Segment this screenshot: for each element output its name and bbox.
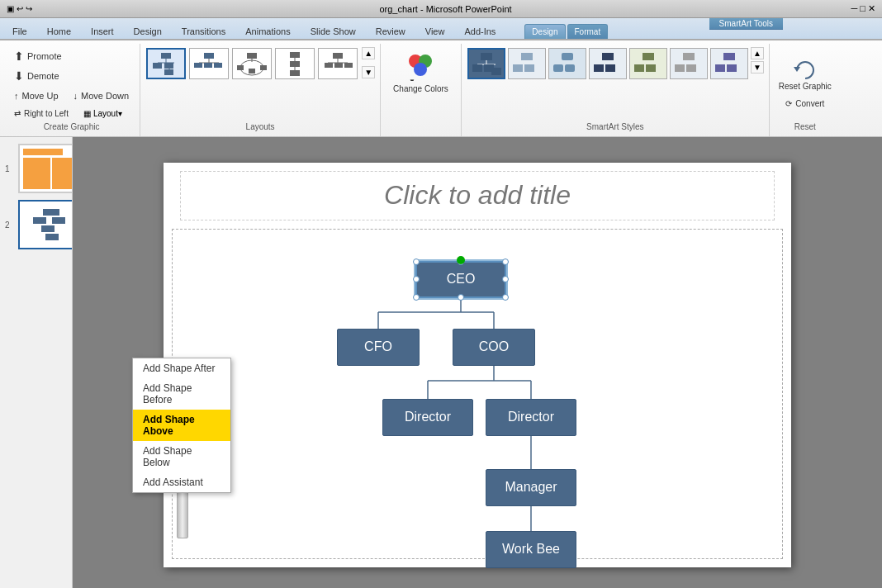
org-box-cfo[interactable]: CFO xyxy=(337,329,420,366)
promote-button[interactable]: ⬆ Promote xyxy=(8,47,68,65)
layouts-label: Layouts xyxy=(243,121,278,133)
layout-hierarchy[interactable] xyxy=(318,48,358,79)
layout-half-circle[interactable] xyxy=(232,48,272,79)
tab-animations[interactable]: Animations xyxy=(236,23,299,39)
tab-smartart-format[interactable]: Format xyxy=(567,24,609,39)
styles-scroll-up[interactable]: ▲ xyxy=(751,47,764,59)
slide-number-2: 2 xyxy=(5,220,10,230)
change-colors-icon: ▼ xyxy=(405,51,435,83)
coo-label: COO xyxy=(479,339,509,354)
svg-rect-53 xyxy=(675,64,685,72)
org-box-director2[interactable]: Director xyxy=(486,399,576,436)
move-down-button[interactable]: ↓ Move Down xyxy=(68,88,135,103)
tab-file[interactable]: File xyxy=(3,23,36,39)
smartart-style-7[interactable] xyxy=(710,48,748,79)
slide[interactable]: Click to add title xyxy=(164,163,791,567)
tab-transitions[interactable]: Transitions xyxy=(173,23,235,39)
smartart-style-3[interactable] xyxy=(548,48,586,79)
menu-add-after[interactable]: Add Shape After xyxy=(133,358,230,378)
reset-label: Reset xyxy=(791,121,819,133)
org-box-workbee[interactable]: Work Bee xyxy=(486,531,576,568)
ribbon-group-smartart-styles: ▲ ▼ SmartArt Styles xyxy=(462,44,770,136)
handle-br[interactable] xyxy=(502,294,509,301)
move-up-button[interactable]: ↑ Move Up xyxy=(8,88,64,103)
layouts-scroll-up[interactable]: ▲ xyxy=(362,47,375,59)
svg-rect-49 xyxy=(643,53,654,60)
svg-rect-12 xyxy=(214,63,222,68)
tab-addins[interactable]: Add-Ins xyxy=(455,23,505,39)
slide-title-area[interactable]: Click to add title xyxy=(180,171,775,220)
svg-rect-40 xyxy=(521,53,533,60)
handle-tr[interactable] xyxy=(502,258,509,265)
svg-rect-55 xyxy=(723,53,735,60)
slide-title-placeholder: Click to add title xyxy=(384,180,571,211)
quick-access[interactable]: ▣ ↩ ↪ xyxy=(7,4,32,13)
slide-canvas-area: Click to add title xyxy=(73,137,882,588)
director2-label: Director xyxy=(508,410,554,424)
handle-bl[interactable] xyxy=(413,294,420,301)
menu-add-above[interactable]: Add Shape Above xyxy=(133,410,230,441)
handle-tl[interactable] xyxy=(413,258,420,265)
org-chart-container[interactable]: CEO CFO xyxy=(172,229,783,559)
svg-rect-50 xyxy=(634,64,644,72)
context-menu: Add Shape After Add Shape Before Add Sha… xyxy=(132,358,231,493)
styles-scroll-down[interactable]: ▼ xyxy=(751,61,764,74)
ceo-label: CEO xyxy=(447,272,476,287)
menu-add-assistant[interactable]: Add Assistant xyxy=(133,472,230,492)
svg-rect-37 xyxy=(472,64,482,72)
handle-mr[interactable] xyxy=(502,276,509,282)
layout-button[interactable]: ▦ Layout▾ xyxy=(78,107,128,121)
tab-insert[interactable]: Insert xyxy=(82,23,123,39)
svg-rect-10 xyxy=(194,63,202,68)
change-colors-button[interactable]: ▼ Change Colors xyxy=(386,47,456,98)
smartart-style-5[interactable] xyxy=(629,48,667,79)
demote-button[interactable]: ⬇ Demote xyxy=(8,67,65,85)
main-area: 1 2 xyxy=(0,137,882,588)
right-to-left-button[interactable]: ⇄ Right to Left xyxy=(8,107,74,121)
workbee-label: Work Bee xyxy=(502,542,560,557)
svg-rect-42 xyxy=(524,64,534,72)
tab-smartart-design[interactable]: Design xyxy=(524,24,565,39)
tab-design[interactable]: Design xyxy=(125,23,171,39)
reset-graphic-button[interactable]: Reset Graphic xyxy=(775,58,836,93)
org-box-manager[interactable]: Manager xyxy=(486,469,576,506)
smartart-style-4[interactable] xyxy=(589,48,627,79)
menu-add-before[interactable]: Add Shape Before xyxy=(133,378,230,410)
tab-slideshow[interactable]: Slide Show xyxy=(301,23,365,39)
ribbon-group-create-graphic: ⬆ Promote ⬇ Demote ↑ Move Up ↓ Move Down xyxy=(3,44,140,136)
svg-rect-23 xyxy=(290,70,300,76)
ribbon: ⬆ Promote ⬇ Demote ↑ Move Up ↓ Move Down xyxy=(0,40,882,137)
handle-ml[interactable] xyxy=(413,276,420,282)
slide-thumb-1[interactable] xyxy=(18,144,73,193)
org-box-director1[interactable]: Director xyxy=(382,399,473,436)
connector-dot[interactable] xyxy=(457,256,465,264)
convert-button[interactable]: ⟳ Convert xyxy=(780,97,830,111)
window-controls[interactable]: ─ □ ✕ xyxy=(851,3,875,14)
org-chart: CEO CFO xyxy=(254,246,700,568)
menu-add-before-label: Add Shape Before xyxy=(143,382,220,405)
menu-add-below-label: Add Shape Below xyxy=(143,445,220,468)
svg-text:▼: ▼ xyxy=(409,78,415,81)
svg-rect-45 xyxy=(565,64,575,72)
create-graphic-label: Create Graphic xyxy=(40,121,103,133)
smartart-style-2[interactable] xyxy=(508,48,546,79)
svg-marker-58 xyxy=(794,67,800,72)
org-box-ceo[interactable]: CEO xyxy=(415,261,506,298)
slide-thumb-2[interactable] xyxy=(18,200,73,249)
smartart-style-6[interactable] xyxy=(670,48,708,79)
smartart-style-1[interactable] xyxy=(467,48,505,79)
svg-rect-13 xyxy=(247,53,257,59)
manager-label: Manager xyxy=(505,480,557,495)
layout-linear[interactable] xyxy=(275,48,315,79)
tab-view[interactable]: View xyxy=(416,23,454,39)
layout-name-title[interactable] xyxy=(189,48,229,79)
ribbon-group-layouts: ▲ ▼ Layouts xyxy=(140,44,381,136)
tab-review[interactable]: Review xyxy=(367,23,415,39)
tab-home[interactable]: Home xyxy=(38,23,80,39)
org-box-coo[interactable]: COO xyxy=(453,329,535,366)
layout-orgchart[interactable] xyxy=(146,48,186,79)
layouts-scroll-down[interactable]: ▼ xyxy=(362,66,375,78)
handle-bc[interactable] xyxy=(458,294,464,301)
svg-rect-29 xyxy=(344,63,353,68)
menu-add-below[interactable]: Add Shape Below xyxy=(133,441,230,472)
